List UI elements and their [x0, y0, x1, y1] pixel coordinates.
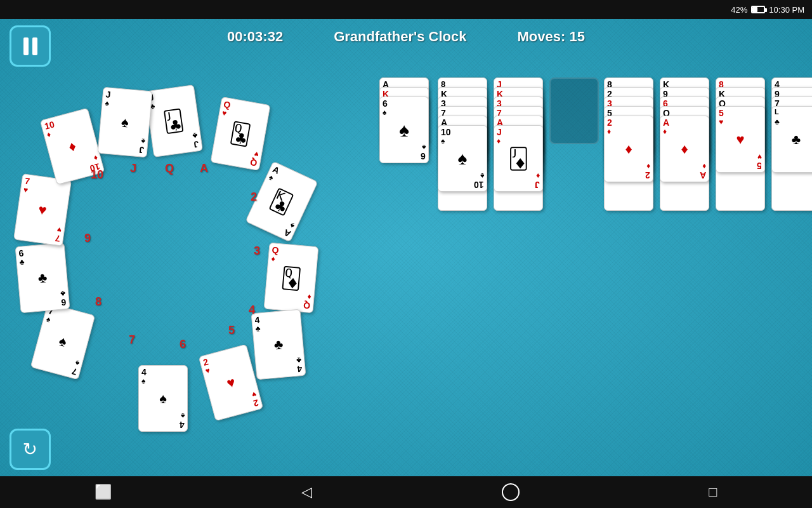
j-diamonds-face: 🃋: [506, 143, 531, 175]
game-area: 00:03:32 Grandfather's Clock Moves: 15 J…: [0, 19, 812, 476]
moves-display: Moves: 15: [518, 29, 585, 45]
pause-button[interactable]: [10, 25, 51, 67]
foundation-3-top[interactable]: J ♦ 🃋 J ♦: [494, 125, 543, 192]
queen-hearts-face: 🃝: [225, 116, 256, 151]
battery-icon: [751, 6, 765, 13]
clock-label-2: 2: [251, 190, 257, 204]
foundation-1-6[interactable]: 6 ♠ ♠ 6 ♠: [379, 97, 429, 163]
header: 00:03:32 Grandfather's Clock Moves: 15: [0, 19, 812, 54]
foundation-6-top[interactable]: A ♦ ♦ A ♦: [660, 116, 709, 182]
clock-card-5[interactable]: 2 ♥ ♥ 2 ♥: [199, 344, 264, 422]
queen-diamonds-face: 🃍: [277, 261, 305, 295]
nav-recent-apps[interactable]: ⬜: [95, 484, 112, 500]
clock-label-11: J: [130, 162, 136, 175]
clock-label-12b: A: [200, 162, 208, 175]
clock-label-5: 5: [228, 324, 235, 337]
clock-label-4: 4: [249, 304, 255, 317]
clock-card-8[interactable]: 6 ♣ ♣ 6 ♣: [15, 243, 70, 313]
jack-clubs-face: 🃛: [159, 104, 189, 138]
clock-card-1[interactable]: Q ♥ 🃝 Q ♥: [210, 97, 270, 171]
clock-card-12[interactable]: J ♣ 🃛 J ♣: [145, 84, 203, 157]
clock-card-9[interactable]: 7 ♥ ♥ 7 ♥: [13, 173, 72, 246]
clock-label-3: 3: [254, 244, 260, 258]
nav-back[interactable]: ◁: [301, 484, 312, 500]
foundation-7-top[interactable]: 5 ♥ ♥ 5 ♥: [716, 106, 765, 173]
clock-label-6: 6: [180, 338, 186, 351]
clock-label-7: 7: [129, 333, 135, 347]
pause-icon: [23, 37, 37, 55]
game-title: Grandfather's Clock: [334, 29, 466, 45]
nav-recent[interactable]: □: [709, 484, 717, 500]
king-face: 🃞: [263, 182, 299, 221]
nav-home[interactable]: [502, 483, 520, 501]
time-display: 10:30 PM: [769, 5, 804, 15]
clock-card-11[interactable]: J ♠ ♠ J ♠: [98, 87, 153, 157]
clock-label-12a: Q: [165, 162, 174, 175]
clock-label-9: 9: [84, 232, 91, 245]
clock-card-7[interactable]: 7 ♠ ♠ 7 ♠: [30, 303, 96, 380]
status-bar: 42% 10:30 PM: [0, 0, 812, 19]
nav-bar: ⬜ ◁ □: [0, 476, 812, 508]
clock-card-4[interactable]: 4 ♣ ♣ 4 ♣: [251, 309, 306, 380]
foundation-2-top[interactable]: 10 ♠ ♠ 10 ♠: [438, 125, 487, 192]
clock-label-8: 8: [95, 295, 102, 309]
clock-card-6[interactable]: 4 ♠ ♠ 4 ♠: [138, 365, 188, 432]
battery-percent: 42%: [731, 5, 747, 15]
timer-display: 00:03:32: [227, 29, 283, 45]
clock-label-10: 10: [91, 168, 103, 182]
clock-card-3[interactable]: Q ♦ 🃍 Q ♦: [264, 243, 319, 313]
foundation-8-top[interactable]: L ♣ ♣ L ♣: [771, 106, 812, 173]
undo-button[interactable]: ↺: [10, 429, 51, 470]
foundation-4-empty[interactable]: [549, 77, 599, 144]
foundation-5-top[interactable]: 2 ♦ ♦ 2 ♦: [604, 116, 653, 182]
